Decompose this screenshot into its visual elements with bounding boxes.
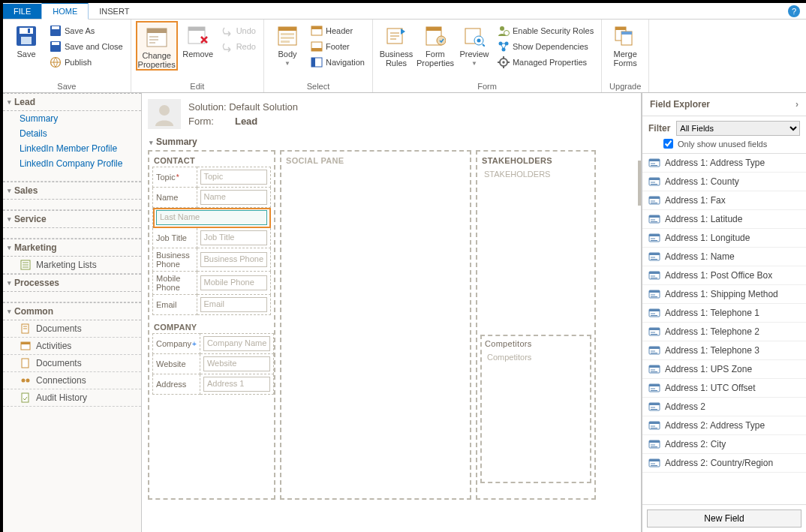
field-list-item[interactable]: Address 1: Post Office Box [642,266,806,285]
field-list-item[interactable]: Address 1: Address Type [642,154,806,173]
nav-item-audit-history[interactable]: Audit History [3,389,141,407]
field-list-item[interactable]: Address 1: County [642,173,806,191]
show-dependencies-button[interactable]: Show Dependencies [495,40,597,53]
field-mobile[interactable]: Mobile PhoneMobile Phone [153,272,271,295]
competitors-placeholder[interactable]: Competitors [483,350,588,368]
nav-item-documents-2[interactable]: Documents [3,355,141,372]
nav-item-marketing-lists[interactable]: Marketing Lists [3,257,141,274]
field-bizphone[interactable]: Business PhoneBusiness Phone [153,248,271,272]
svg-rect-17 [278,27,296,31]
nav-item-summary[interactable]: Summary [3,111,141,126]
field-list-item-label: Address 1: Shipping Method [665,289,778,299]
remove-button[interactable]: Remove [179,21,217,59]
footer-button[interactable]: Footer [308,40,368,53]
field-list-item-label: Address 2 [665,401,705,412]
navigation-button[interactable]: Navigation [308,56,368,69]
field-list-item[interactable]: Address 1: Name [642,248,806,266]
documents-icon [20,357,32,369]
header-button[interactable]: Header [308,24,368,38]
save-button[interactable]: Save [8,21,45,59]
tab-insert[interactable]: INSERT [89,4,140,19]
field-email[interactable]: EmailEmail [153,295,271,315]
field-website-input[interactable]: Website [203,356,270,371]
new-field-button[interactable]: New Field [647,509,801,527]
field-name[interactable]: NameName [153,188,271,208]
field-address-input[interactable]: Address 1 [203,377,270,392]
svg-point-30 [437,36,446,45]
stakeholders-placeholder[interactable]: STAKEHOLDERS [480,167,591,185]
field-company[interactable]: Company+Company Name [153,334,274,354]
nav-section-service[interactable]: Service [3,210,141,228]
column-stakeholders[interactable]: STAKEHOLDERS STAKEHOLDERS Competitors Co… [476,150,596,500]
tab-home[interactable]: HOME [41,2,89,20]
form-properties-button[interactable]: Form Properties [417,21,454,68]
field-list-item[interactable]: Address 1: Telephone 3 [642,341,806,360]
nav-section-sales[interactable]: Sales [3,182,141,200]
column-social[interactable]: SOCIAL PANE [280,150,471,500]
svg-rect-73 [649,197,660,199]
save-close-button[interactable]: Save and Close [47,40,126,53]
field-list-item[interactable]: Address 2: Country/Region [642,454,806,473]
column-contact[interactable]: CONTACT Topic*Topic NameName Last Name J… [148,150,275,500]
svg-rect-113 [649,384,660,386]
tab-summary-header[interactable]: Summary [148,135,635,150]
field-email-input[interactable]: Email [200,297,268,312]
tab-file[interactable]: FILE [3,4,41,19]
nav-section-lead[interactable]: Lead [3,93,141,111]
field-list-item[interactable]: Address 1: UPS Zone [642,360,806,379]
undo-button[interactable]: Undo [218,24,259,38]
field-mobile-input[interactable]: Mobile Phone [200,275,268,290]
filter-select[interactable]: All Fields [676,121,800,136]
help-icon[interactable]: ? [788,5,800,17]
business-rules-button[interactable]: Business Rules [377,21,415,68]
nav-section-processes[interactable]: Processes [3,274,141,292]
field-company-input[interactable]: Company Name [203,336,270,351]
chevron-right-icon[interactable]: › [795,99,798,110]
nav-item-documents[interactable]: Documents [3,320,141,338]
only-unused-checkbox[interactable] [663,139,673,149]
field-bizphone-input[interactable]: Business Phone [200,252,268,267]
field-list-item[interactable]: Address 1: Longitude [642,229,806,248]
nav-item-linkedin-company[interactable]: LinkedIn Company Profile [3,156,141,171]
field-lastname[interactable]: Last Name [153,208,271,228]
redo-button[interactable]: Redo [218,40,259,53]
field-list-item[interactable]: Address 1: UTC Offset [642,379,806,398]
field-list-item[interactable]: Address 1: Telephone 2 [642,323,806,341]
field-jobtitle[interactable]: Job TitleJob Title [153,228,271,248]
preview-label: Preview [459,50,489,59]
field-list-item[interactable]: Address 1: Latitude [642,210,806,229]
field-jobtitle-input[interactable]: Job Title [200,230,268,245]
field-name-input[interactable]: Name [200,190,268,205]
preview-button[interactable]: Preview ▼ [456,21,493,67]
field-address[interactable]: AddressAddress 1 [153,374,274,395]
nav-item-activities[interactable]: Activities [3,338,141,355]
body-button[interactable]: Body ▼ [269,21,306,67]
field-topic-input[interactable]: Topic [200,170,268,185]
nav-item-linkedin-member[interactable]: LinkedIn Member Profile [3,141,141,156]
enable-security-button[interactable]: Enable Security Roles [495,24,597,38]
publish-button[interactable]: Publish [47,56,126,69]
scrollbar-thumb[interactable] [638,161,641,206]
field-list[interactable]: Address 1: Address TypeAddress 1: County… [642,153,806,504]
business-rules-label: Business Rules [377,50,415,68]
field-list-item[interactable]: Address 2 [642,398,806,416]
save-as-button[interactable]: Save As [47,24,126,38]
nav-section-marketing[interactable]: Marketing [3,239,141,257]
field-list-item[interactable]: Address 1: Fax [642,191,806,210]
field-list-item[interactable]: Address 2: City [642,435,806,454]
change-properties-button[interactable]: Change Properties [136,21,178,71]
nav-section-common[interactable]: Common [3,302,141,320]
field-list-item[interactable]: Address 1: Telephone 1 [642,304,806,323]
svg-point-63 [159,105,170,116]
field-topic[interactable]: Topic*Topic [153,167,271,188]
field-list-item[interactable]: Address 1: Shipping Method [642,285,806,304]
nav-item-connections[interactable]: Connections [3,372,141,389]
nav-item-details[interactable]: Details [3,126,141,141]
field-list-item-label: Address 1: Telephone 1 [665,308,759,318]
field-website[interactable]: WebsiteWebsite [153,354,274,374]
field-list-item[interactable]: Address 2: Address Type [642,416,806,435]
managed-properties-button[interactable]: Managed Properties [495,56,597,69]
form-canvas[interactable]: Solution: Default Solution Form:Lead Sum… [142,93,641,532]
merge-forms-button[interactable]: Merge Forms [606,21,644,68]
field-lastname-input[interactable]: Last Name [156,210,267,225]
